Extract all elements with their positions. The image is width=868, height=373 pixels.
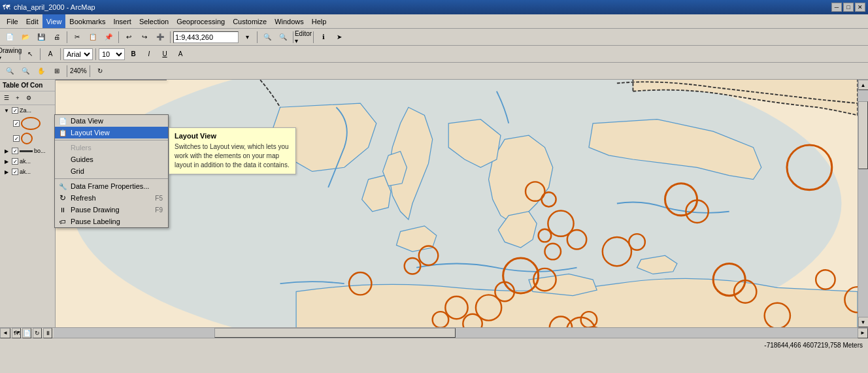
scroll-left-btn[interactable]: ◄ xyxy=(0,328,10,338)
save-btn[interactable]: 💾 xyxy=(34,31,48,44)
sub-check-1a[interactable] xyxy=(13,120,20,127)
sub-check-1b[interactable] xyxy=(13,135,20,142)
fontsize-select[interactable]: 10 xyxy=(99,48,125,60)
zoom-pct-label: 240% xyxy=(70,67,87,74)
menu-layout-view[interactable]: 📋 Layout View xyxy=(55,127,168,138)
arrow-btn[interactable]: ↖ xyxy=(23,48,37,61)
layer-item-2: ▶ bo... xyxy=(0,146,55,156)
layer-check-1[interactable] xyxy=(12,107,18,114)
fontcolor-btn[interactable]: A xyxy=(173,48,188,61)
layout-view-label: Layout View xyxy=(71,129,110,137)
page-btn[interactable]: 📄 xyxy=(22,328,31,338)
layer-check-3[interactable] xyxy=(12,158,18,165)
title-bar-controls: ─ □ ✕ xyxy=(831,3,865,12)
map-area[interactable] xyxy=(56,80,858,327)
menu-windows[interactable]: Windows xyxy=(271,14,308,28)
drawing-btn[interactable]: Drawing ▾ xyxy=(3,48,17,61)
cut-btn[interactable]: ✂ xyxy=(70,31,84,44)
title-bar-left: 🗺 chla_april_2000 - ArcMap xyxy=(3,3,95,11)
menu-insert[interactable]: Insert xyxy=(109,14,135,28)
layer-item-1: ▼ Za... xyxy=(0,105,55,116)
menu-pause-drawing[interactable]: ⏸ Pause Drawing F9 xyxy=(55,204,168,216)
sep5 xyxy=(293,31,293,43)
layer-list-btn[interactable]: ☰ xyxy=(1,93,12,103)
add-data-btn[interactable]: ➕ xyxy=(153,31,167,44)
layer-expand-3[interactable]: ▶ xyxy=(3,157,10,165)
menu-data-view[interactable]: 📄 Data View xyxy=(55,115,168,127)
font-select[interactable]: Arial xyxy=(63,48,93,60)
copy-btn[interactable]: 📋 xyxy=(86,31,100,44)
layer-label-1: Za... xyxy=(20,107,31,114)
paste-btn[interactable]: 📌 xyxy=(101,31,116,44)
menu-selection[interactable]: Selection xyxy=(135,14,173,28)
zoom-btn[interactable]: 🔍 xyxy=(3,65,17,78)
sep1 xyxy=(67,31,67,43)
maximize-button[interactable]: □ xyxy=(843,3,854,12)
view-dropdown: 📄 Data View 📋 Layout View Rulers Guides … xyxy=(54,114,169,228)
map-icon-btn[interactable]: 🗺 xyxy=(12,328,21,338)
zoom-out2-btn[interactable]: 🔍 xyxy=(18,65,33,78)
menu-geoprocessing[interactable]: Geoprocessing xyxy=(173,14,229,28)
app-icon: 🗺 xyxy=(3,3,10,11)
open-btn[interactable]: 📂 xyxy=(18,31,33,44)
pan-btn[interactable]: ✋ xyxy=(34,65,48,78)
refresh-scroll-btn[interactable]: ↻ xyxy=(33,328,42,338)
undo-btn[interactable]: ↩ xyxy=(122,31,136,44)
close-button[interactable]: ✕ xyxy=(855,3,865,12)
rotate-btn[interactable]: ↻ xyxy=(93,65,107,78)
layer-props-btn[interactable]: ⚙ xyxy=(24,93,34,103)
menu-customize[interactable]: Customize xyxy=(229,14,271,28)
refresh-label: Refresh xyxy=(71,194,96,202)
layer-expand-4[interactable]: ▶ xyxy=(3,168,10,176)
map-container: ▲ ▼ Catalog xyxy=(56,80,868,327)
menu-rulers: Rulers xyxy=(55,142,168,154)
sep12 xyxy=(90,65,90,77)
scroll-up-btn[interactable]: ▲ xyxy=(858,80,869,90)
pause-scroll-btn[interactable]: ⏸ xyxy=(43,328,52,338)
layer-subitem-1a xyxy=(10,116,55,131)
menu-grid[interactable]: Grid xyxy=(55,165,168,177)
scale-input[interactable] xyxy=(173,31,239,43)
layer-check-2[interactable] xyxy=(12,148,18,154)
menu-refresh[interactable]: ↻ Refresh F5 xyxy=(55,192,168,204)
scroll-right-btn[interactable]: ► xyxy=(858,328,868,338)
text-btn[interactable]: A xyxy=(43,48,58,61)
menu-view[interactable]: View xyxy=(42,14,66,28)
scale-drop[interactable]: ▾ xyxy=(240,31,254,44)
zoom-out-btn[interactable]: 🔍 xyxy=(276,31,290,44)
full-extent-btn[interactable]: ⊞ xyxy=(50,65,64,78)
italic-btn[interactable]: I xyxy=(142,48,156,61)
menu-edit[interactable]: Edit xyxy=(22,14,42,28)
scroll-thumb[interactable] xyxy=(858,101,868,169)
layer-label-4: ak... xyxy=(20,169,31,175)
view-dropdown-overlay: 📄 Data View 📋 Layout View Rulers Guides … xyxy=(54,114,169,228)
layer-add-btn[interactable]: + xyxy=(12,93,23,103)
zoom-in-btn[interactable]: 🔍 xyxy=(260,31,275,44)
pause-labeling-label: Pause Labeling xyxy=(71,218,120,225)
minimize-button[interactable]: ─ xyxy=(831,3,842,12)
menu-bookmarks[interactable]: Bookmarks xyxy=(65,14,109,28)
identify-btn[interactable]: ℹ xyxy=(316,31,331,44)
editor-btn[interactable]: Editor ▾ xyxy=(296,31,310,44)
scroll-track[interactable] xyxy=(858,90,868,317)
menu-guides[interactable]: Guides xyxy=(55,154,168,165)
underline-btn[interactable]: U xyxy=(158,48,172,61)
menu-data-frame-props[interactable]: 🔧 Data Frame Properties... xyxy=(55,180,168,192)
menu-pause-labeling[interactable]: 🏷 Pause Labeling xyxy=(55,216,168,227)
layer-expand-1[interactable]: ▼ xyxy=(3,106,10,114)
print-btn[interactable]: 🖨 xyxy=(50,31,64,44)
h-scroll-track[interactable] xyxy=(54,328,858,338)
layer-icon-circle-1a xyxy=(21,117,41,130)
menu-file[interactable]: File xyxy=(3,14,22,28)
select-btn[interactable]: ➤ xyxy=(332,31,346,44)
bold-btn[interactable]: B xyxy=(126,48,141,61)
h-scroll-thumb[interactable] xyxy=(214,328,456,338)
redo-btn[interactable]: ↪ xyxy=(137,31,152,44)
new-btn[interactable]: 📄 xyxy=(3,31,17,44)
scroll-down-btn[interactable]: ▼ xyxy=(858,317,869,327)
menu-help[interactable]: Help xyxy=(308,14,331,28)
layer-label-2: bo... xyxy=(34,148,46,154)
layer-expand-2[interactable]: ▶ xyxy=(3,147,10,155)
sep6 xyxy=(313,31,314,43)
layer-check-4[interactable] xyxy=(12,169,18,175)
